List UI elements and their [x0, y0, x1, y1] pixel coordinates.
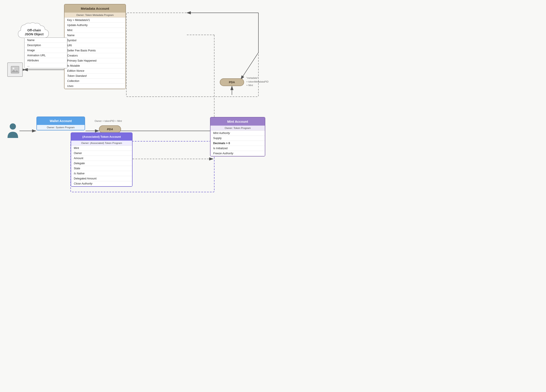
person-icon [6, 122, 20, 140]
metadata-field-row: URI [65, 43, 125, 48]
svg-point-24 [10, 123, 16, 129]
token-field-row: Is Native [71, 171, 132, 176]
metadata-account-box: Metadata Account Owner: Token Metadata P… [64, 4, 126, 89]
mint-field-row: Freeze Authority [210, 151, 265, 156]
metadata-field-row: Name [65, 33, 125, 38]
metadata-field-row: Edition Nonce [65, 68, 125, 73]
image-icon-box [7, 63, 23, 77]
metadata-fields: Key = MetadataV1Update AuthorityMintName… [65, 18, 125, 89]
image-icon [11, 66, 20, 74]
metadata-field-row: Symbol [65, 38, 125, 43]
mint-account-owner: Owner: Token Program [210, 126, 265, 131]
pda-top-annotation: "metadata"+ tokenMetadataPID+ Mint [246, 76, 269, 87]
offchain-fields: NameDescriptionImageAnimation URLAttribu… [25, 38, 67, 68]
metadata-field-row: Mint [65, 28, 125, 33]
mint-field-row: Supply [210, 136, 265, 141]
offchain-field-row: ... [25, 63, 67, 68]
metadata-field-row: Is Mutable [65, 63, 125, 68]
token-field-row: Mint [71, 146, 132, 151]
token-fields: MintOwnerAmountDelegateStateIs NativeDel… [71, 146, 132, 186]
offchain-field-row: Description [25, 43, 67, 48]
wallet-account-box: Wallet Account Owner: System Program [36, 116, 85, 130]
token-field-row: State [71, 166, 132, 171]
metadata-field-row: Token Standard [65, 73, 125, 79]
offchain-field-row: Name [25, 38, 67, 43]
token-field-row: Delegate [71, 161, 132, 166]
diagram-container: Metadata Account Owner: Token Metadata P… [0, 0, 273, 196]
metadata-account-owner: Owner: Token Metadata Program [65, 13, 125, 18]
mint-account-title: Mint Account [210, 117, 265, 126]
token-account-box: (Associated) Token Account Owner: (Assoc… [71, 132, 132, 187]
svg-point-22 [13, 68, 14, 69]
offchain-data-box: NameDescriptionImageAnimation URLAttribu… [24, 38, 67, 68]
wallet-account-owner: Owner: System Program [37, 125, 84, 130]
offchain-field-row: Image [25, 48, 67, 53]
token-field-row: Owner [71, 151, 132, 156]
metadata-field-row: Seller Fee Basis Points [65, 48, 125, 53]
pda-top-pill: PDA [220, 78, 244, 86]
mint-fields: Mint AuthoritySupplyDecimals > 0Is Initi… [210, 131, 265, 156]
svg-line-5 [241, 52, 258, 79]
token-account-owner: Owner: (Associated) Token Program [71, 141, 132, 146]
metadata-field-row: Collection [65, 79, 125, 84]
token-field-row: Close Authority [71, 181, 132, 186]
offchain-cloud-text: Off-chainJSON Object [25, 28, 44, 36]
metadata-field-row: Update Authority [65, 23, 125, 28]
metadata-field-row: Key = MetadataV1 [65, 18, 125, 23]
offchain-field-row: Animation URL [25, 53, 67, 58]
token-field-row: Delegated Amount [71, 176, 132, 181]
metadata-account-title: Metadata Account [65, 4, 125, 13]
pda-middle-pill: PDA [99, 125, 121, 133]
mint-field-row: Decimals > 0 [210, 141, 265, 146]
mint-account-box: Mint Account Owner: Token Program Mint A… [210, 117, 265, 156]
token-account-title: (Associated) Token Account [71, 133, 132, 141]
metadata-field-row: Uses [65, 84, 125, 89]
metadata-field-row: Creators [65, 53, 125, 58]
pda-top-label: PDA [229, 81, 235, 84]
pda-middle-label: PDA [107, 128, 113, 131]
mint-field-row: Is Initialized [210, 146, 265, 151]
mint-field-row: Mint Authority [210, 131, 265, 136]
pda-middle-annotation: Owner + tokenPID + Mint [86, 119, 130, 123]
token-field-row: Amount [71, 156, 132, 161]
metadata-field-row: Primary Sale Happened [65, 58, 125, 63]
offchain-field-row: Attributes [25, 58, 67, 63]
wallet-account-title: Wallet Account [37, 117, 84, 125]
